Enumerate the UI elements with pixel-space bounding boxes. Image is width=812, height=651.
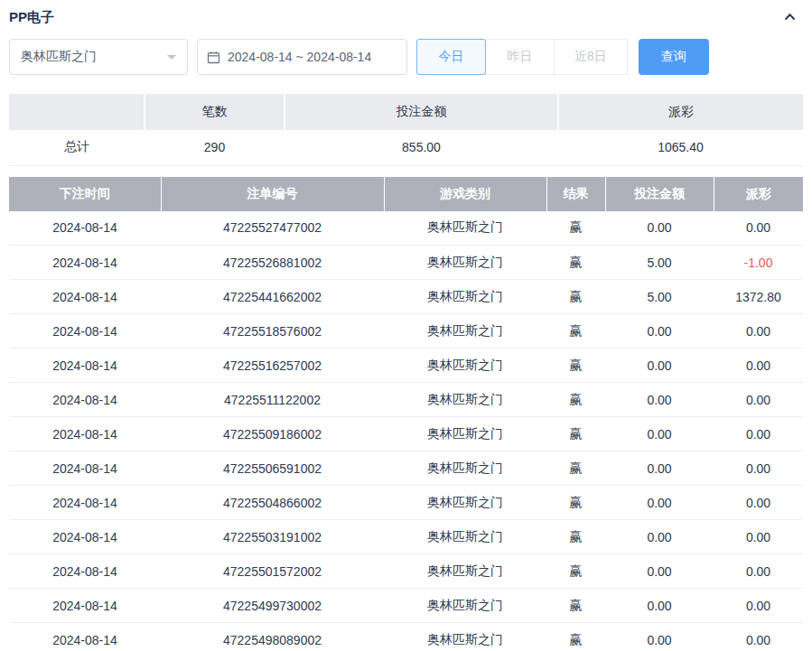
table-row: 2024-08-1447225504866002奥林匹斯之门赢0.000.00 [9, 486, 803, 520]
game-select[interactable]: 奥林匹斯之门 [9, 39, 188, 75]
bet-amount-cell: 0.00 [605, 349, 714, 383]
today-button[interactable]: 今日 [416, 39, 486, 75]
result-cell: 赢 [546, 349, 605, 383]
payout-cell: 0.00 [714, 314, 803, 349]
bet-id-cell: 47225498089002 [161, 623, 384, 651]
bet-time-cell: 2024-08-14 [9, 383, 161, 417]
result-cell: 赢 [546, 246, 605, 280]
result-cell: 赢 [546, 280, 605, 314]
payout-cell: 0.00 [714, 211, 803, 246]
search-button[interactable]: 查询 [639, 39, 709, 75]
result-cell: 赢 [546, 486, 605, 520]
game-type-cell: 奥林匹斯之门 [384, 349, 546, 383]
game-type-cell: 奥林匹斯之门 [384, 451, 546, 486]
game-type-cell: 奥林匹斯之门 [384, 417, 546, 451]
result-cell: 赢 [546, 589, 605, 623]
bet-amount-cell: 0.00 [605, 486, 714, 520]
bets-table-body: 2024-08-1447225527477002奥林匹斯之门赢0.000.002… [9, 211, 803, 651]
summary-total-bet-amount: 855.00 [285, 130, 558, 165]
payout-cell: 1372.80 [714, 280, 803, 314]
bet-id-cell: 47225503191002 [161, 520, 384, 554]
table-row: 2024-08-1447225499730002奥林匹斯之门赢0.000.00 [9, 589, 803, 623]
table-row: 2024-08-1447225503191002奥林匹斯之门赢0.000.00 [9, 520, 803, 554]
bet-id-cell: 47225509186002 [161, 417, 384, 451]
last-8-days-button[interactable]: 近8日 [554, 39, 628, 75]
date-range-input[interactable]: 2024-08-14 ~ 2024-08-14 [197, 39, 407, 75]
header-payout: 派彩 [714, 177, 803, 211]
bet-time-cell: 2024-08-14 [9, 486, 161, 520]
result-cell: 赢 [546, 451, 605, 486]
game-type-cell: 奥林匹斯之门 [384, 246, 546, 280]
bet-id-cell: 47225511122002 [161, 383, 384, 417]
bet-id-cell: 47225504866002 [161, 486, 384, 520]
bet-amount-cell: 5.00 [605, 246, 714, 280]
game-type-cell: 奥林匹斯之门 [384, 314, 546, 349]
bet-time-cell: 2024-08-14 [9, 451, 161, 486]
summary-table: 笔数 投注金额 派彩 总计 290 855.00 1065.40 [9, 94, 803, 166]
bet-id-cell: 47225499730002 [161, 589, 384, 623]
yesterday-button[interactable]: 昨日 [485, 39, 555, 75]
result-cell: 赢 [546, 383, 605, 417]
header-bet-amount: 投注金额 [605, 177, 714, 211]
bet-amount-cell: 0.00 [605, 417, 714, 451]
result-cell: 赢 [546, 314, 605, 349]
result-cell: 赢 [546, 417, 605, 451]
summary-header-count: 笔数 [145, 94, 285, 130]
payout-cell: 0.00 [714, 623, 803, 651]
payout-cell: 0.00 [714, 589, 803, 623]
bet-time-cell: 2024-08-14 [9, 280, 161, 314]
bet-amount-cell: 0.00 [605, 554, 714, 589]
table-row: 2024-08-1447225501572002奥林匹斯之门赢0.000.00 [9, 554, 803, 589]
game-select-value: 奥林匹斯之门 [21, 49, 97, 65]
payout-cell: 0.00 [714, 451, 803, 486]
table-row: 2024-08-1447225516257002奥林匹斯之门赢0.000.00 [9, 349, 803, 383]
game-type-cell: 奥林匹斯之门 [384, 486, 546, 520]
game-type-cell: 奥林匹斯之门 [384, 211, 546, 246]
bet-time-cell: 2024-08-14 [9, 349, 161, 383]
calendar-icon [207, 51, 220, 64]
payout-cell: 0.00 [714, 520, 803, 554]
bet-id-cell: 47225518576002 [161, 314, 384, 349]
bet-time-cell: 2024-08-14 [9, 246, 161, 280]
bet-amount-cell: 0.00 [605, 211, 714, 246]
table-row: 2024-08-1447225511122002奥林匹斯之门赢0.000.00 [9, 383, 803, 417]
header-bet-id: 注单编号 [161, 177, 384, 211]
game-type-cell: 奥林匹斯之门 [384, 383, 546, 417]
game-type-cell: 奥林匹斯之门 [384, 280, 546, 314]
bet-time-cell: 2024-08-14 [9, 417, 161, 451]
bet-id-cell: 47225441662002 [161, 280, 384, 314]
header-bet-time: 下注时间 [9, 177, 161, 211]
chevron-up-icon [782, 10, 798, 24]
game-type-cell: 奥林匹斯之门 [384, 623, 546, 651]
summary-total-count: 290 [145, 130, 285, 165]
bet-time-cell: 2024-08-14 [9, 211, 161, 246]
summary-header-blank [9, 94, 145, 130]
quick-date-button-group: 今日 昨日 近8日 [416, 39, 628, 75]
summary-header-payout: 派彩 [558, 94, 803, 130]
collapse-panel-button[interactable] [780, 8, 799, 26]
date-range-value: 2024-08-14 ~ 2024-08-14 [228, 50, 371, 64]
table-row: 2024-08-1447225527477002奥林匹斯之门赢0.000.00 [9, 211, 803, 246]
bet-amount-cell: 0.00 [605, 314, 714, 349]
table-row: 2024-08-1447225441662002奥林匹斯之门赢5.001372.… [9, 280, 803, 314]
filter-bar: 奥林匹斯之门 2024-08-14 ~ 2024-08-14 今日 昨日 近8日… [9, 39, 803, 75]
bet-amount-cell: 5.00 [605, 280, 714, 314]
header-game-type: 游戏类别 [384, 177, 546, 211]
table-row: 2024-08-1447225526881002奥林匹斯之门赢5.00-1.00 [9, 246, 803, 280]
table-row: 2024-08-1447225518576002奥林匹斯之门赢0.000.00 [9, 314, 803, 349]
bet-amount-cell: 0.00 [605, 623, 714, 651]
table-row: 2024-08-1447225498089002奥林匹斯之门赢0.000.00 [9, 623, 803, 651]
result-cell: 赢 [546, 623, 605, 651]
game-type-cell: 奥林匹斯之门 [384, 520, 546, 554]
summary-total-payout: 1065.40 [558, 130, 803, 165]
bets-table: 下注时间 注单编号 游戏类别 结果 投注金额 派彩 2024-08-144722… [9, 177, 803, 651]
header-result: 结果 [546, 177, 605, 211]
result-cell: 赢 [546, 554, 605, 589]
bet-time-cell: 2024-08-14 [9, 554, 161, 589]
pp-electronic-panel: PP电子 奥林匹斯之门 2024-08-14 ~ 2024-08-14 今日 昨… [0, 0, 812, 651]
bet-amount-cell: 0.00 [605, 383, 714, 417]
game-type-cell: 奥林匹斯之门 [384, 554, 546, 589]
bet-id-cell: 47225526881002 [161, 246, 384, 280]
bet-amount-cell: 0.00 [605, 589, 714, 623]
payout-cell: 0.00 [714, 383, 803, 417]
